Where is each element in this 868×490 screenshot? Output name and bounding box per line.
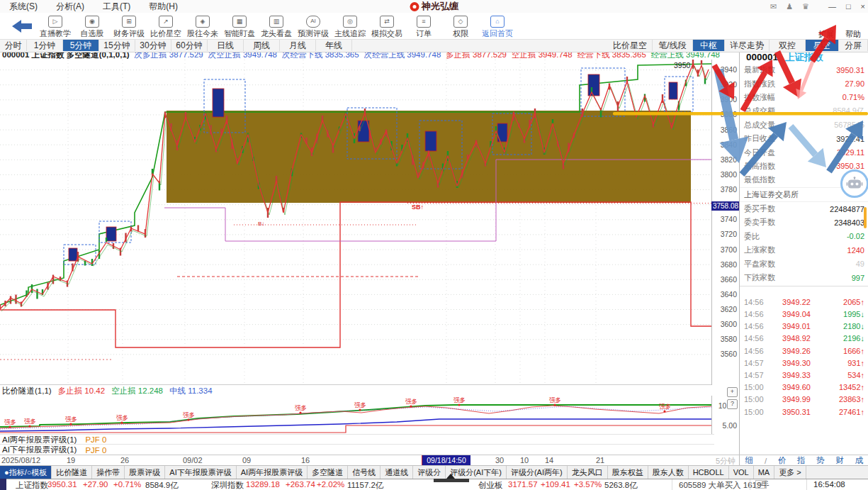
indicator-tab[interactable]: 信号线 [348, 466, 381, 479]
menu-item[interactable]: 帮助(H) [140, 1, 187, 11]
period-tab[interactable]: 周线 [244, 40, 280, 51]
y-axis-tick: 3900 [712, 95, 737, 104]
indicator-tab[interactable]: 通道线 [381, 466, 413, 479]
toolbar-item[interactable]: ⇄模拟交易 [368, 14, 405, 39]
quote-code: 000001 [746, 52, 778, 62]
period-tab[interactable]: 分时 [0, 40, 27, 51]
market-stat: +27.90 [83, 480, 108, 489]
indicator-tab[interactable]: 股东人数 [648, 466, 689, 479]
mini-tab-成[interactable]: 成 [855, 455, 864, 466]
toolbar-item[interactable]: ◈股往今来 [184, 14, 221, 39]
quote-panel: 000001 上证指数 最新指数3950.31指数涨跌27.90指数涨幅0.71… [739, 51, 868, 455]
vip-icon[interactable]: ♛ [802, 2, 809, 11]
period-tab[interactable]: 年线 [316, 40, 352, 51]
period-tab[interactable]: 15分钟 [99, 40, 135, 51]
mode-tab[interactable]: 双控 [770, 40, 806, 51]
market-stat: +0.71% [113, 480, 141, 489]
toolbar-item[interactable]: ▦智能盯盘 [221, 14, 258, 39]
indicator-tab[interactable]: AI下年报股票评级 [165, 466, 236, 479]
menu-item[interactable]: 分析(A) [47, 1, 94, 11]
tick-volume: 931↑ [823, 359, 864, 367]
toolbar-item[interactable]: ▥龙头看盘 [258, 14, 295, 39]
mode-tab[interactable]: 详尽走势 [725, 40, 770, 51]
zoom-in-button[interactable]: + [727, 387, 738, 397]
date-crosshair-label: 09/18/14:50 [422, 455, 470, 466]
mini-tab-财[interactable]: 财 [835, 455, 844, 466]
quick-link-help[interactable]: 帮助 [845, 29, 861, 40]
indicator-tab[interactable]: 多空隧道 [308, 466, 348, 479]
close-button[interactable]: × [861, 2, 865, 11]
period-tab[interactable]: 60分钟 [171, 40, 208, 51]
mini-tab-价[interactable]: 价 [778, 455, 787, 466]
help-button[interactable]: ? [727, 399, 738, 409]
mode-tab[interactable]: 比价星空 [608, 40, 653, 51]
indicator-tab[interactable]: MA [754, 466, 775, 479]
indicator-tab[interactable]: 评级分(AI两年) [507, 466, 568, 479]
period-tab[interactable]: 日线 [208, 40, 244, 51]
indicator-tab[interactable]: 龙头风口 [568, 466, 608, 479]
maximize-button[interactable]: □ [846, 2, 851, 11]
period-tab[interactable]: 1分钟 [27, 40, 63, 51]
tick-time: 14:56 [744, 310, 770, 318]
home-icon: ⌂ [490, 16, 505, 28]
tick-price: 3949.60 [770, 383, 823, 391]
user-icon[interactable]: ♟ [786, 2, 793, 11]
period-tab[interactable]: 月线 [280, 40, 316, 51]
indicator-tab[interactable]: 操作带 [92, 466, 125, 479]
toolbar-item[interactable]: ↗比价星空 [147, 14, 184, 39]
menu-item[interactable]: 工具(T) [94, 1, 140, 11]
quote-row: 指数涨幅0.71% [740, 91, 868, 104]
indicator-tab[interactable]: AI两年报股票评级 [237, 466, 308, 479]
mini-tab-势[interactable]: 势 [816, 455, 825, 466]
toolbar-item[interactable]: ▷直播教学 [37, 14, 74, 39]
mode-tab[interactable]: 中枢 [693, 40, 725, 51]
assistant-robot-button[interactable] [840, 169, 868, 198]
main-toolbar: ▷直播教学◉自选股⊞财务评级↗比价星空◈股往今来▦智能盯盘▥龙头看盘AI预测评级… [0, 13, 868, 40]
indicator-tab[interactable]: 股东权益 [608, 466, 648, 479]
toolbar-item[interactable]: ◇权限 [442, 14, 479, 39]
indicator-tab[interactable]: ●指标/○模板 [0, 466, 52, 479]
mode-tab[interactable]: 笔/线段 [653, 40, 693, 51]
toolbar-item[interactable]: ◉自选股 [74, 14, 111, 39]
main-chart-canvas[interactable]: SB↑B↓3950 [0, 60, 712, 385]
toolbar-item-label: 自选股 [81, 28, 104, 39]
indicator-tab[interactable]: 比价隧道 [52, 466, 92, 479]
quote-row: 委比-0.02 [740, 230, 868, 243]
period-tab[interactable]: 30分钟 [135, 40, 171, 51]
indicator-tab[interactable]: 股票评级 [125, 466, 165, 479]
tick-volume: 13452↑ [823, 383, 864, 391]
quote-row-label: 委比 [744, 231, 760, 242]
app-title-text: 神光弘缠 [422, 0, 458, 13]
toolbar-item[interactable]: ≡订单 [405, 14, 442, 39]
scrollbar-bar [434, 479, 469, 482]
status-mail-icon[interactable]: ✉ [755, 480, 767, 489]
period-tab[interactable]: 5分钟 [63, 40, 99, 51]
quick-link-expand[interactable]: 扩展 [818, 29, 834, 40]
tick-row: 14:563949.012180↓ [740, 321, 868, 333]
sub-chart-canvas[interactable]: 强多强多强多强多强多强多强多强多强多强多强多 [0, 396, 712, 434]
ai-pane-value: PJF 0 [85, 435, 106, 444]
toolbar-item[interactable]: AI预测评级 [295, 14, 332, 39]
mode-tab[interactable]: 星空 [806, 40, 839, 51]
toolbar-item[interactable]: ◎主线追踪 [332, 14, 368, 39]
mini-tab-细[interactable]: 细 [745, 455, 754, 466]
date-tick: 14 [545, 456, 553, 464]
mode-tab[interactable]: 分屏 [839, 40, 868, 51]
toolbar-item[interactable]: ⌂返回首页 [479, 14, 516, 39]
tab-scrollbar-thumb[interactable] [434, 474, 469, 482]
mini-tab-指[interactable]: 指 [797, 455, 806, 466]
toolbar-item[interactable]: ⊞财务评级 [111, 14, 147, 39]
indicator-tab[interactable]: 更多 > [774, 466, 806, 479]
date-tick: 09 [242, 456, 251, 464]
quote-row-value: 1240 [847, 246, 864, 255]
market-stat: 3950.31 [47, 480, 77, 489]
panel-scroll-marker[interactable] [864, 207, 867, 228]
minimize-button[interactable]: — [828, 2, 836, 11]
back-button[interactable] [11, 19, 33, 33]
menu-item[interactable]: 系统(S) [0, 1, 47, 11]
indicator-tab[interactable]: VOL [729, 466, 754, 479]
indicator-tab[interactable]: HCBOLL [689, 466, 729, 479]
tick-row: 14:573949.33534↑ [740, 369, 868, 381]
mail-icon[interactable]: ✉ [770, 2, 777, 11]
toolbar-item-label: 返回首页 [482, 28, 513, 39]
